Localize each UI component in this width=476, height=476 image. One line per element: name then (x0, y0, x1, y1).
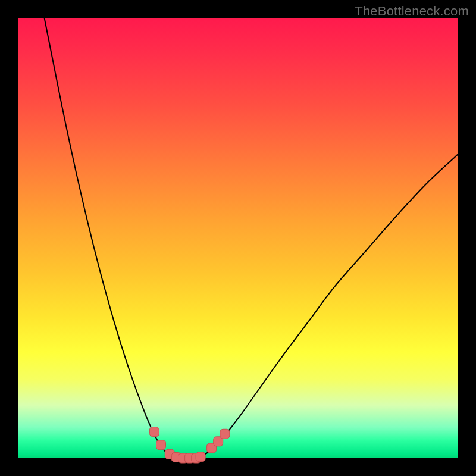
watermark-text: TheBottleneck.com (355, 4, 469, 19)
chart-svg (18, 18, 458, 458)
series-right-branch (198, 154, 458, 457)
chart-plot-area (18, 18, 458, 458)
marker-7 (196, 452, 205, 462)
marker-0 (149, 427, 159, 437)
marker-10 (220, 429, 230, 439)
chart-markers (149, 427, 229, 463)
chart-frame: TheBottleneck.com (0, 0, 476, 476)
series-left-branch (44, 18, 178, 458)
marker-1 (156, 440, 166, 450)
chart-curves (44, 18, 458, 459)
